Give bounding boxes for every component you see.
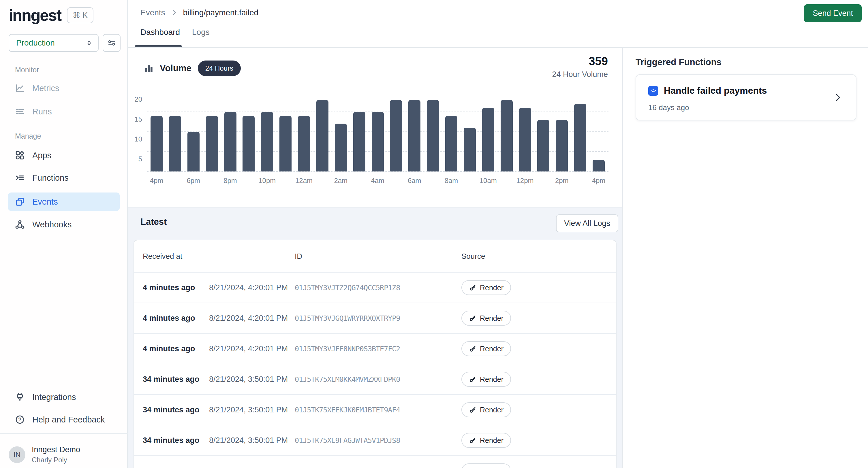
sidebar-item-integrations[interactable]: Integrations [8, 389, 120, 405]
volume-bar-7pm-3[interactable] [206, 116, 218, 171]
send-event-button[interactable]: Send Event [804, 4, 862, 22]
runs-icon [15, 107, 25, 116]
source-label: Render [480, 436, 503, 445]
volume-bar-10pm-6[interactable] [261, 112, 273, 171]
cell-received-at: 34 minutes ago [143, 436, 209, 445]
cell-datetime: 8/21/2024, 3:50:01 PM [209, 436, 295, 445]
user-menu[interactable]: IN Inngest Demo Charly Poly [9, 445, 80, 464]
breadcrumb: Events billing/payment.failed [141, 8, 258, 17]
volume-bar-6am-14[interactable] [408, 100, 421, 171]
source-badge-render[interactable]: Render [461, 372, 511, 387]
table-row[interactable]: 34 minutes ago8/21/2024, 3:50:01 PM01J5T… [134, 425, 616, 455]
tab-logs[interactable]: Logs [192, 28, 210, 37]
user-org: Inngest Demo [32, 445, 80, 454]
source-badge-render[interactable]: Render [461, 463, 511, 468]
volume-bar-1am-9[interactable] [316, 100, 329, 171]
source-badge-render[interactable]: Render [461, 402, 511, 417]
volume-bar-2pm-22[interactable] [556, 120, 568, 171]
sidebar-item-events[interactable]: Events [8, 193, 120, 211]
cell-datetime: 8/21/2024, 4:20:01 PM [209, 314, 295, 323]
volume-bar-3pm-23[interactable] [574, 104, 586, 171]
key-icon [469, 314, 476, 322]
sidebar: inngest ⌘ K Production Monitor Metrics R… [0, 0, 128, 468]
cell-event-id: 01J5TK75XEEKJK0EMJBTET9AF4 [295, 406, 461, 414]
cell-datetime: 8/21/2024, 4:20:01 PM [209, 283, 295, 292]
sidebar-item-metrics[interactable]: Metrics [8, 80, 120, 97]
volume-bar-10am-18[interactable] [482, 108, 494, 171]
triggered-function-card[interactable]: <> Handle failed payments 16 days ago [636, 74, 857, 121]
volume-bar-8pm-4[interactable] [224, 112, 237, 171]
triggered-functions-title: Triggered Functions [636, 57, 721, 67]
volume-bar-4pm-0[interactable] [151, 116, 163, 171]
sidebar-item-functions[interactable]: Functions [8, 169, 120, 186]
source-badge-render[interactable]: Render [461, 341, 511, 356]
volume-bar-4am-12[interactable] [372, 112, 384, 171]
avatar: IN [9, 446, 25, 463]
x-axis-tick: 2am [327, 177, 355, 185]
column-header-id: ID [295, 252, 461, 261]
volume-bar-11pm-7[interactable] [279, 116, 291, 171]
content-vertical-divider [622, 48, 623, 468]
volume-bar-9pm-5[interactable] [243, 116, 255, 171]
volume-bar-12pm-20[interactable] [519, 108, 531, 171]
volume-bar-2am-10[interactable] [335, 124, 347, 171]
x-axis-tick: 4am [363, 177, 392, 185]
volume-bar-3am-11[interactable] [353, 112, 365, 171]
volume-bar-4pm-24[interactable] [593, 160, 605, 171]
environment-filter-button[interactable] [103, 34, 121, 52]
function-last-triggered: 16 days ago [648, 103, 689, 112]
cell-event-id: 01J5TJHVYXWBRNH3KF9ZEE73W9 [295, 467, 461, 468]
sidebar-section-monitor: Monitor [15, 66, 39, 74]
webhooks-icon [15, 220, 25, 229]
tab-dashboard[interactable]: Dashboard [141, 28, 180, 37]
functions-icon [15, 173, 25, 183]
table-row[interactable]: 4 minutes ago8/21/2024, 4:20:01 PM01J5TM… [134, 333, 616, 364]
table-row[interactable]: 34 minutes ago8/21/2024, 3:50:01 PM01J5T… [134, 364, 616, 394]
svg-text:?: ? [19, 417, 22, 423]
volume-bar-7am-15[interactable] [427, 100, 439, 171]
volume-bar-1pm-21[interactable] [537, 120, 549, 171]
table-row[interactable]: 4 minutes ago8/21/2024, 4:20:01 PM01J5TM… [134, 272, 616, 303]
inngest-logo: inngest [9, 6, 61, 25]
x-axis-tick: 2pm [547, 177, 576, 185]
table-row[interactable]: 34 minutes ago8/21/2024, 3:50:01 PM01J5T… [134, 394, 616, 425]
sidebar-item-help[interactable]: ? Help and Feedback [8, 411, 120, 428]
key-icon [469, 345, 476, 353]
volume-range-badge[interactable]: 24 Hours [198, 61, 241, 76]
table-row[interactable]: 4 minutes ago8/21/2024, 4:20:01 PM01J5TM… [134, 303, 616, 333]
y-axis-tick: 10 [127, 135, 142, 143]
source-badge-render[interactable]: Render [461, 280, 511, 295]
volume-bar-9am-17[interactable] [464, 128, 476, 171]
cell-event-id: 01J5TMY3VJTZ2QG74QCC5RP1Z8 [295, 283, 461, 292]
y-axis-tick: 15 [127, 115, 142, 123]
volume-bar-11am-19[interactable] [501, 100, 513, 171]
column-header-received-at: Received at [143, 252, 209, 261]
table-row[interactable]: 44 minutes ago8/21/2024, 3:40:01 PM01J5T… [134, 455, 616, 468]
volume-bar-8am-16[interactable] [445, 116, 457, 171]
volume-bar-12am-8[interactable] [298, 116, 310, 171]
x-axis-tick: 6am [400, 177, 429, 185]
volume-bar-5pm-1[interactable] [169, 116, 181, 171]
source-badge-render[interactable]: Render [461, 433, 511, 448]
volume-bar-5am-13[interactable] [390, 100, 402, 171]
key-icon [469, 437, 476, 444]
source-badge-render[interactable]: Render [461, 311, 511, 326]
cell-event-id: 01J5TMY3VJGQ1WRYRRXQXTRYP9 [295, 314, 461, 323]
sidebar-footer-divider [0, 433, 128, 434]
sidebar-item-apps[interactable]: Apps [8, 147, 120, 164]
code-function-icon: <> [648, 86, 658, 96]
view-all-logs-button[interactable]: View All Logs [556, 214, 618, 232]
key-icon [469, 375, 476, 383]
command-k-shortcut-badge[interactable]: ⌘ K [67, 7, 94, 23]
breadcrumb-events-link[interactable]: Events [141, 8, 165, 17]
environment-select[interactable]: Production [9, 34, 99, 52]
key-icon [469, 406, 476, 413]
sidebar-item-webhooks[interactable]: Webhooks [8, 216, 120, 233]
cell-received-at: 34 minutes ago [143, 405, 209, 414]
events-icon [15, 197, 25, 207]
sidebar-item-runs[interactable]: Runs [8, 103, 120, 120]
x-axis-tick: 8pm [216, 177, 245, 185]
cell-event-id: 01J5TK75XE9FAGJWTA5V1PDJS8 [295, 436, 461, 445]
sidebar-item-label: Help and Feedback [32, 415, 105, 425]
volume-bar-6pm-2[interactable] [187, 132, 199, 171]
